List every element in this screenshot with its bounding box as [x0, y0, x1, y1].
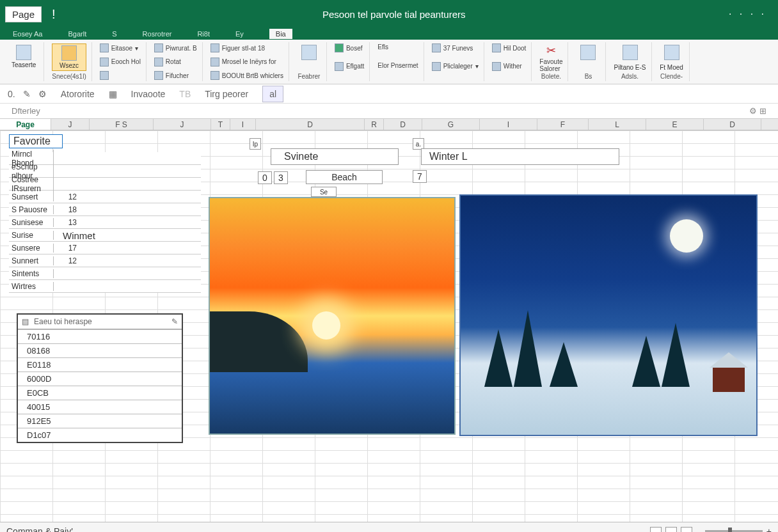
table-icon [301, 45, 317, 60]
colhdr[interactable]: L [589, 119, 646, 130]
colhdr-page[interactable]: Page [0, 119, 51, 130]
ribbon-fifucher[interactable]: Fifucher [166, 72, 189, 79]
small-7-cell[interactable]: 7 [413, 170, 427, 183]
scissors-icon[interactable]: ✂ [539, 43, 562, 58]
view-break-icon[interactable] [681, 527, 692, 533]
zoom-minus-icon[interactable]: – [696, 526, 701, 533]
grid-icon [210, 58, 219, 66]
num-row[interactable]: 08168 [18, 343, 182, 357]
small-0-cell[interactable]: 0 [258, 171, 272, 184]
colhdr[interactable]: I [480, 119, 537, 130]
list-row[interactable]: Sunnert12 [9, 254, 201, 267]
tab-eosey[interactable]: Eosey Aa [13, 30, 42, 38]
tab-rist[interactable]: Ri8t [197, 30, 210, 38]
ribbon-figuer[interactable]: Figuer stI-at 18 [222, 45, 265, 52]
ribbon-funevs[interactable]: 37 Funevs [443, 45, 473, 52]
square-icon [432, 62, 441, 71]
ribbon-mrosel[interactable]: Mrosel le Inëyrs for [222, 58, 276, 65]
num-row[interactable]: E0CB [18, 386, 182, 400]
tab-ey[interactable]: Ey [235, 30, 244, 38]
ribbon-teaserte-button[interactable]: Teaserte [9, 43, 38, 70]
colhdr[interactable]: F [537, 119, 589, 130]
num-row[interactable]: 70116 [18, 329, 182, 343]
list-row[interactable]: Sunisese13 [9, 216, 201, 229]
ribbon-piltano-button[interactable] [614, 43, 646, 61]
ribbon-efls[interactable]: Efls [377, 43, 388, 51]
subtab-tirg[interactable]: Tirg peorer [198, 86, 255, 102]
colhdr[interactable]: T [211, 119, 230, 130]
tab-rosrotrer[interactable]: Rosrotrer [143, 30, 172, 38]
ribbon-eooch[interactable]: Eooch Hol [111, 58, 141, 65]
list-row[interactable]: Sintents [9, 267, 201, 280]
subtab-invaoote[interactable]: Invaoote [125, 86, 172, 102]
num-row[interactable]: 40015 [18, 400, 182, 414]
num-row[interactable]: 912E5 [18, 414, 182, 428]
list-row[interactable]: Wirtres [9, 280, 201, 293]
list-row[interactable]: Costree IRsurern [9, 178, 201, 191]
tab-bia-active[interactable]: Bia [269, 29, 292, 39]
ribbon-hildoot[interactable]: Hil Doot [504, 45, 527, 52]
colhdr[interactable]: R [365, 119, 384, 130]
colhdr[interactable]: I [230, 119, 256, 130]
num-list-panel: ▤Eaeu toi heraspe✎ 7011608168E01186000DE… [17, 313, 183, 443]
spreadsheet-grid[interactable]: Favorite Mirncl BhondeSchup nlhourCostre… [0, 130, 778, 532]
a2-favorite-cell[interactable]: Favorite [9, 134, 63, 148]
list-row[interactable]: Surise23 [9, 229, 201, 242]
ribbon-boout[interactable]: BOOUtt BrtB whiclers [222, 72, 283, 79]
square-icon [100, 71, 109, 80]
zoom-plus-icon[interactable]: + [766, 526, 772, 533]
colhdr[interactable]: F S [90, 119, 154, 130]
ribbon-bs-button[interactable] [576, 43, 600, 61]
num-row[interactable]: 6000D [18, 372, 182, 386]
square-icon [492, 62, 501, 71]
colhdr[interactable]: J [154, 119, 211, 130]
colhdr[interactable]: D [384, 119, 422, 130]
ribbon-eflgatt[interactable]: Eflgatt [346, 63, 364, 70]
ribbon-favoute[interactable]: Favoute [539, 58, 562, 65]
colhdr[interactable]: D [256, 119, 365, 130]
beach-input[interactable]: Beach [306, 170, 383, 184]
sunset-image[interactable] [209, 197, 456, 435]
winmet-label: Winmet [61, 230, 97, 241]
square-icon [335, 62, 344, 71]
ribbon-piwrurat[interactable]: Piwrurat. B [166, 45, 197, 52]
small-ip-cell[interactable]: Ip [250, 138, 261, 150]
zoom-controls[interactable]: – + [650, 526, 772, 533]
ribbon-wither[interactable]: Wither [504, 63, 522, 70]
ribbon-pliclaleger[interactable]: Pliclaleger [443, 63, 473, 70]
ribbon-eitasoe[interactable]: Eitasoe [111, 45, 132, 52]
winter-image[interactable] [459, 194, 758, 436]
subtab-atororite[interactable]: Atororite [54, 86, 101, 102]
colhdr[interactable]: G [422, 119, 480, 130]
pencil-icon [580, 45, 596, 60]
ribbon-elor[interactable]: Elor Pnsermet [377, 62, 418, 69]
small-se-cell[interactable]: Se [311, 187, 337, 197]
winter-input[interactable]: Winter L [421, 148, 619, 165]
num-row[interactable]: E0118 [18, 357, 182, 372]
ribbon-rotat[interactable]: Rotat [166, 58, 181, 65]
num-row[interactable]: D1c07 [18, 428, 182, 442]
list-row[interactable]: S Pauosre18 [9, 203, 201, 216]
colhdr[interactable]: J [51, 119, 90, 130]
fmbar-left: Dfterley [12, 106, 40, 116]
ribbon-bosef[interactable]: Bosef [346, 45, 363, 52]
ribbon-feabrer-button[interactable] [297, 43, 321, 61]
square-icon [154, 71, 163, 80]
ribbon-group-adsls: Adsls. [614, 73, 646, 80]
subtab-al[interactable]: al [262, 86, 283, 102]
tab-s[interactable]: S [112, 30, 116, 38]
page-menu-button[interactable]: Page [5, 6, 42, 22]
ribbon-wsezc-button[interactable]: Wsezc [52, 43, 86, 71]
colhdr[interactable]: D [704, 119, 761, 130]
window-controls-icon[interactable]: · · · · [729, 8, 773, 20]
ribbon-ftmoed-button[interactable] [660, 43, 684, 61]
list-row[interactable]: Sunsert12 [9, 191, 201, 203]
tab-bgarlt[interactable]: Bgarlt [68, 30, 86, 38]
svinete-input[interactable]: Svinete [271, 148, 399, 165]
small-3-cell[interactable]: 3 [274, 171, 288, 184]
list-row[interactable]: Sunsere17 [9, 242, 201, 254]
ribbon-salorer[interactable]: Salorer [539, 65, 560, 72]
colhdr[interactable]: E [646, 119, 704, 130]
view-normal-icon[interactable] [650, 527, 662, 533]
view-layout-icon[interactable] [665, 527, 677, 533]
